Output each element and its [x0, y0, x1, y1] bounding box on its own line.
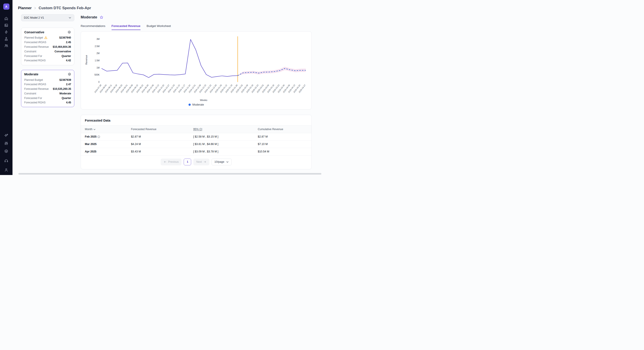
page-1-button[interactable]: 1	[184, 159, 191, 165]
svg-text:1.5M: 1.5M	[95, 59, 100, 62]
chevron-down-icon	[226, 161, 229, 163]
stat-value: 2.45	[66, 41, 71, 44]
tab-budget-worksheet[interactable]: Budget Worksheet	[147, 24, 171, 30]
svg-text:2.5M: 2.5M	[95, 45, 100, 47]
breadcrumb-root[interactable]: Planner	[18, 6, 32, 10]
sidebar: A	[0, 0, 12, 175]
next-label: Next	[196, 160, 202, 163]
stat-value: 2.47	[66, 83, 71, 86]
content: D2C Model 2 V1 ConservativePlanned Budge…	[12, 14, 322, 169]
home-icon[interactable]	[4, 16, 9, 20]
chart-legend: Moderate	[84, 103, 308, 108]
column-header-month[interactable]: Month	[81, 125, 127, 133]
cell-forecasted-revenue: $4.24 M	[127, 140, 189, 148]
column-header-95-ci: 95% CI	[189, 125, 254, 133]
scenario-card-moderate[interactable]: ModeratePlanned Budget$2367939Forecasted…	[21, 70, 74, 107]
tab-bar: RecommendationsForecasted RevenueBudget …	[81, 24, 312, 30]
sidebar-nav-top	[4, 16, 9, 48]
favorite-star-icon[interactable]	[100, 15, 104, 19]
stat-label: Forecasted Revenue	[24, 45, 49, 48]
svg-text:2M: 2M	[96, 52, 100, 54]
table-row: Feb 2025 $2.87 M[ $2.58 M , $3.15 M ]$2.…	[81, 133, 312, 140]
stat-label: Forecasted ROAS	[24, 59, 46, 62]
stat-label: Constraint	[24, 50, 36, 53]
cell-ci: [ $3.09 M , $3.78 M ]	[189, 148, 254, 155]
forecasted-data-card: Forecasted Data Month Forecasted Revenue…	[81, 115, 312, 169]
lightning-icon[interactable]	[4, 30, 9, 34]
stat-value: Conservative	[54, 50, 71, 53]
app-logo[interactable]: A	[3, 3, 10, 10]
stat-label: Forecasted For	[24, 97, 42, 100]
scenario-stat-row: Forecasted ForQuarter	[24, 54, 71, 58]
scenario-stat-row: Forecasted Revenue$10,464,604.36	[24, 45, 71, 49]
experiments-flask-icon[interactable]	[4, 36, 9, 41]
headset-support-icon[interactable]	[4, 158, 9, 163]
settings-gear-icon[interactable]	[4, 149, 9, 153]
model-select-value: D2C Model 2 V1	[24, 16, 44, 19]
svg-text:0: 0	[98, 81, 100, 83]
scenario-stat-row: ConstraintModerate	[24, 91, 71, 96]
svg-text:Revenue: Revenue	[85, 55, 88, 65]
stat-value: Moderate	[60, 92, 71, 95]
stat-value: $10,535,260.35	[53, 87, 71, 90]
pagination: Previous 1 Next 10/page	[81, 155, 312, 168]
main-area: Planner Custom DTC Spends Feb-Apr D2C Mo…	[12, 0, 322, 175]
stat-value: 4.45	[66, 101, 71, 104]
sparkles-icon[interactable]	[4, 133, 9, 138]
horizontal-scrollbar[interactable]	[18, 173, 321, 175]
cell-ci: [ $2.58 M , $3.15 M ]	[189, 133, 254, 140]
svg-text:Weeks: Weeks	[200, 99, 207, 101]
stat-label: Planned Budget	[24, 36, 47, 39]
tab-forecasted-revenue[interactable]: Forecasted Revenue	[112, 24, 140, 30]
cell-cumulative-revenue: $2.87 M	[254, 133, 312, 140]
arrow-left-icon	[164, 160, 166, 163]
media-icon[interactable]	[4, 23, 9, 27]
info-icon[interactable]	[97, 135, 100, 138]
sliders-icon[interactable]	[4, 141, 9, 145]
cell-cumulative-revenue: $7.10 M	[254, 140, 312, 148]
stat-label: Forecasted iROAS	[24, 41, 46, 44]
scenario-stat-row: Planned Budget$2367939	[24, 77, 71, 82]
scenario-stat-row: Planned Budget$2367940	[24, 35, 71, 40]
warning-icon	[44, 36, 47, 39]
gear-icon[interactable]	[68, 30, 71, 34]
previous-label: Previous	[168, 160, 179, 163]
audiences-users-icon[interactable]	[4, 43, 9, 48]
forecast-chart-card: 0500K1M1.5M2M2.5M3MRevenue2024-07-282024…	[81, 31, 312, 109]
chevron-right-icon	[34, 6, 36, 10]
sort-chevron-icon	[93, 128, 96, 131]
forecast-chart[interactable]: 0500K1M1.5M2M2.5M3MRevenue2024-07-282024…	[84, 34, 308, 103]
scenario-card-list: ConservativePlanned Budget$2367940Foreca…	[21, 27, 74, 107]
stat-label: Planned Budget	[24, 78, 43, 81]
legend-label[interactable]: Moderate	[192, 103, 204, 106]
stat-label: Forecasted For	[24, 54, 42, 58]
breadcrumb-current: Custom DTC Spends Feb-Apr	[38, 6, 91, 10]
scenario-stat-row: Forecasted iROAS2.47	[24, 82, 71, 87]
tab-recommendations[interactable]: Recommendations	[81, 24, 106, 30]
model-select[interactable]: D2C Model 2 V1	[21, 14, 74, 21]
scenario-detail-panel: Moderate RecommendationsForecasted Reven…	[81, 14, 312, 169]
scenario-stat-row: Forecasted Revenue$10,535,260.35	[24, 87, 71, 91]
scenario-stat-row: Forecasted ROAS4.45	[24, 100, 71, 105]
breadcrumb: Planner Custom DTC Spends Feb-Apr	[12, 0, 322, 14]
scenario-card-title: Conservative	[24, 30, 44, 34]
page-size-select[interactable]: 10/page	[212, 159, 232, 165]
forecast-table: Month Forecasted Revenue95% CICumulative…	[81, 125, 312, 155]
user-avatar-icon[interactable]	[4, 168, 9, 172]
previous-button[interactable]: Previous	[161, 159, 182, 165]
column-header-forecasted-revenue: Forecasted Revenue	[127, 125, 189, 133]
stat-label: Forecasted ROAS	[24, 101, 46, 104]
scenario-card-conservative[interactable]: ConservativePlanned Budget$2367940Foreca…	[21, 27, 74, 65]
stat-value: Quarter	[62, 97, 71, 100]
next-button[interactable]: Next	[193, 159, 209, 165]
cell-month: Apr 2025	[81, 148, 127, 155]
stat-value: Quarter	[62, 54, 71, 58]
cell-forecasted-revenue: $2.87 M	[127, 133, 189, 140]
cell-month: Mar 2025	[81, 140, 127, 148]
page-size-value: 10/page	[214, 160, 224, 163]
stat-label: Forecasted Revenue	[24, 87, 49, 90]
cell-forecasted-revenue: $3.43 M	[127, 148, 189, 155]
svg-text:1M: 1M	[96, 67, 100, 69]
gear-icon[interactable]	[68, 72, 71, 76]
scenario-stat-row: Forecasted ROAS4.42	[24, 58, 71, 63]
